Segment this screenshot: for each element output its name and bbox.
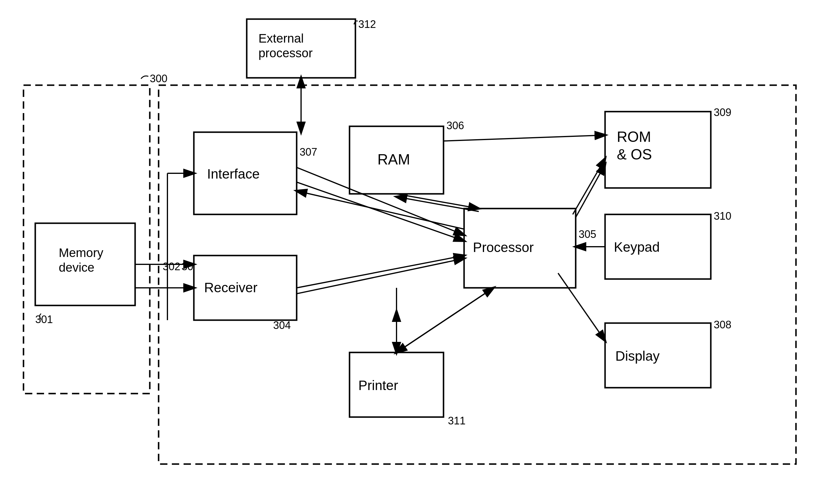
- processor-label: Processor: [473, 240, 534, 255]
- svg-line-23: [297, 256, 464, 288]
- svg-line-29: [444, 135, 605, 141]
- svg-line-22: [297, 191, 464, 229]
- svg-line-31: [558, 273, 605, 341]
- display-label: Display: [615, 348, 660, 364]
- rom-os-label2: & OS: [617, 146, 652, 163]
- ref-312: 312: [358, 18, 376, 30]
- ref-300: 300: [150, 72, 167, 85]
- receiver-label: Receiver: [204, 280, 258, 295]
- ref-307: 307: [300, 146, 317, 158]
- ref-302: 302: [163, 261, 180, 273]
- svg-line-28: [573, 159, 605, 214]
- ref-308: 308: [714, 319, 731, 331]
- rom-os-label1: ROM: [617, 129, 651, 145]
- svg-line-24: [297, 259, 464, 294]
- interface-label: Interface: [207, 166, 260, 181]
- memory-device-label: Memory: [59, 246, 104, 260]
- memory-device-label2: device: [59, 261, 94, 274]
- ref-310: 310: [714, 210, 731, 222]
- external-processor-label: External: [259, 31, 304, 45]
- ram-label: RAM: [377, 151, 410, 168]
- ref-306: 306: [447, 120, 464, 132]
- ref-309: 309: [714, 106, 731, 118]
- svg-line-27: [576, 164, 605, 217]
- svg-line-25: [396, 194, 479, 208]
- svg-line-26: [396, 197, 479, 211]
- ref-311: 311: [448, 415, 466, 427]
- ref-301: 301: [35, 313, 53, 325]
- ref-304: 304: [273, 319, 291, 331]
- keypad-label: Keypad: [614, 239, 660, 255]
- ref-305: 305: [579, 228, 596, 240]
- external-processor-label2: processor: [259, 46, 313, 60]
- svg-line-33: [396, 288, 493, 352]
- printer-label: Printer: [358, 378, 398, 393]
- diagram-container: 300 Memory device 301 302 303 External p…: [0, 0, 823, 504]
